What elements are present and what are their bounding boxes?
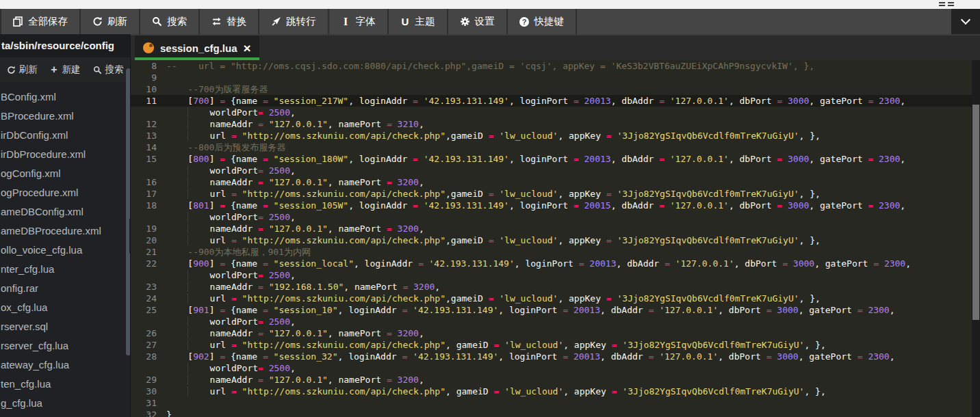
tab-session-cfg-lua[interactable]: session_cfg.lua × <box>135 36 259 60</box>
file-item[interactable]: BProcedure.xml <box>0 107 130 126</box>
code-line: 32} <box>131 409 972 417</box>
sidebar-actions: 刷新 + 新建 搜索 <box>0 57 130 82</box>
code-text: worldPort= 2500, <box>166 316 972 327</box>
shortcuts-button[interactable]: ? 快捷键 <box>508 9 578 34</box>
plus-icon: + <box>50 66 59 75</box>
window-top-strip <box>0 0 980 9</box>
line-number: 21 <box>131 246 166 258</box>
file-item[interactable]: ateway_cfg.lua <box>0 355 130 375</box>
file-item[interactable]: irDbProcedure.xml <box>0 145 130 164</box>
code-text: worldPort= 2500, <box>166 362 972 374</box>
sidebar-new-file-button[interactable]: + 新建 <box>50 64 81 76</box>
file-item[interactable]: nter_cfg.lua <box>0 260 130 279</box>
code-text: worldPort= 2500, <box>166 211 972 223</box>
font-button[interactable]: I 字体 <box>329 9 389 34</box>
save-all-icon <box>13 16 23 27</box>
goto-line-button[interactable]: 跳转行 <box>259 9 329 34</box>
line-number <box>131 269 166 281</box>
code-line: 30 url = "http://oms.szkuniu.com/api/che… <box>131 386 972 397</box>
code-text: nameAddr = "127.0.0.1", namePort = 3210, <box>166 118 972 130</box>
indent-guide <box>188 107 188 118</box>
refresh-button[interactable]: 刷新 <box>81 9 140 34</box>
code-line: 26 nameAddr = "127.0.0.1", namePort = 32… <box>131 327 972 339</box>
code-text: -- url = "http://oms.cqsj.sdo.com:8080/a… <box>166 60 972 72</box>
code-line: 11 [700] = {name = "session_217W", login… <box>131 95 972 107</box>
code-line: 24 url = "http://oms.szkuniu.com/api/che… <box>131 293 972 304</box>
code-line: 20 url = "http://oms.szkuniu.com/api/che… <box>131 234 972 246</box>
line-number: 12 <box>131 118 166 130</box>
file-item[interactable]: rserver.sql <box>0 317 130 336</box>
line-number: 29 <box>131 374 166 386</box>
code-line: 18 [801] = {name = "session_105W", login… <box>131 200 972 211</box>
indent-guide <box>188 165 188 176</box>
shortcuts-icon: ? <box>519 16 530 27</box>
code-text: nameAddr = "192.168.1.50", namePort = 32… <box>166 281 972 293</box>
line-number: 14 <box>131 142 166 153</box>
indent-guide <box>188 177 188 187</box>
refresh-icon <box>92 16 103 27</box>
code-text: url = "http://oms.szkuniu.com/api/check.… <box>166 386 972 397</box>
file-item[interactable]: g_cfg.lua <box>0 394 130 413</box>
file-item[interactable]: ox_cfg.lua <box>0 298 130 317</box>
indent-guide <box>188 340 188 350</box>
search-icon <box>152 16 162 27</box>
settings-button[interactable]: 设置 <box>448 9 508 34</box>
file-item[interactable]: irDbConfig.xml <box>0 126 130 145</box>
line-number: 31 <box>131 397 166 409</box>
code-text <box>166 397 972 409</box>
font-icon: I <box>341 16 351 27</box>
file-item[interactable]: ollo_voice_cfg.lua <box>0 241 130 260</box>
indent-guide <box>188 375 188 385</box>
save-all-button[interactable]: 全部保存 <box>0 9 81 34</box>
code-text: url = "http://oms.szkuniu.com/api/check.… <box>166 293 972 304</box>
indent-guide <box>188 317 188 327</box>
line-number <box>131 211 166 223</box>
file-list: BConfig.xmlBProcedure.xmlirDbConfig.xmli… <box>0 82 130 413</box>
sidebar-search-button[interactable]: 搜索 <box>93 64 124 76</box>
code-line: worldPort= 2500, <box>131 211 972 223</box>
code-line: 13 url = "http://oms.szkuniu.com/api/che… <box>131 130 972 142</box>
file-item[interactable]: onfig.rar <box>0 279 130 298</box>
line-number <box>131 165 166 176</box>
code-line: worldPort= 2500, <box>131 362 972 374</box>
code-line: 12 nameAddr = "127.0.0.1", namePort = 32… <box>131 118 972 130</box>
indent-guide <box>188 119 188 129</box>
code-text: --800后为预发布服务器 <box>166 142 972 153</box>
line-number: 13 <box>131 130 166 142</box>
code-text <box>166 72 972 83</box>
line-number: 15 <box>131 153 166 165</box>
code-text: [900] = {name = "session_local", loginAd… <box>166 258 972 269</box>
code-text: [801] = {name = "session_105W", loginAdd… <box>166 200 972 211</box>
file-item[interactable]: ogConfig.xml <box>0 164 130 183</box>
toolbar-collapse-button[interactable] <box>951 9 980 34</box>
line-number: 32 <box>131 409 166 417</box>
replace-button[interactable]: 替换 <box>200 9 259 34</box>
file-item[interactable]: ameDBConfig.xml <box>0 202 130 221</box>
theme-button[interactable]: U 主题 <box>389 9 448 34</box>
file-item[interactable]: rserver_cfg.lua <box>0 336 130 355</box>
line-number: 10 <box>131 83 166 95</box>
editor-scrollbar-thumb[interactable] <box>972 105 979 320</box>
line-number: 16 <box>131 176 166 188</box>
search-button[interactable]: 搜索 <box>140 9 200 34</box>
sidebar-refresh-button[interactable]: 刷新 <box>7 64 38 76</box>
line-number: 11 <box>131 95 166 107</box>
file-item[interactable]: ten_cfg.lua <box>0 375 130 394</box>
refresh-icon <box>7 66 16 75</box>
code-line: worldPort= 2500, <box>131 269 972 281</box>
code-line: 23 nameAddr = "192.168.1.50", namePort =… <box>131 281 972 293</box>
code-editor[interactable]: 8-- url = "http://oms.cqsj.sdo.com:8080/… <box>130 60 972 417</box>
file-item[interactable]: ogProcedure.xml <box>0 183 130 202</box>
code-line: 21 --900为本地私服，901为内网 <box>131 246 972 258</box>
indent-guide <box>188 189 188 199</box>
code-text: nameAddr = "127.0.0.1", namePort = 3200, <box>166 327 972 339</box>
code-line: worldPort= 2500, <box>131 107 972 118</box>
code-line: 9 <box>131 72 972 83</box>
line-number: 26 <box>131 327 166 339</box>
tab-close-icon[interactable]: × <box>244 42 251 55</box>
code-line: 17 url = "http://oms.szkuniu.com/api/che… <box>131 188 972 200</box>
file-item[interactable]: ameDBProcedure.xml <box>0 221 130 241</box>
file-item[interactable]: BConfig.xml <box>0 88 130 107</box>
line-number: 24 <box>131 293 166 304</box>
line-number: 8 <box>131 60 166 72</box>
